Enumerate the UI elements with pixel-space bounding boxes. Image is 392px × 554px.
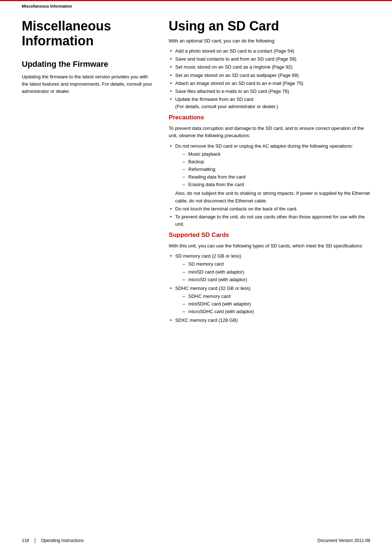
list-item: Erasing data from the card — [182, 181, 370, 188]
footer-label: Operating Instructions — [41, 538, 83, 543]
list-item: Save and load contacts to and from an SD… — [169, 56, 370, 63]
precautions-title: Precautions — [169, 114, 370, 121]
sub-list: SDHC memory card miniSDHC card (with ada… — [182, 293, 370, 315]
firmware-section-title: Updating the Firmware — [22, 59, 154, 69]
list-item: Add a photo stored on an SD card to a co… — [169, 48, 370, 55]
supported-sd-title: Supported SD Cards — [169, 231, 370, 239]
list-item: Set music stored on an SD card as a ring… — [169, 63, 370, 71]
document-version: Document Version 2011-09 — [318, 538, 370, 543]
precautions-list: Do not remove the SD card or unplug the … — [169, 143, 370, 228]
list-item: SD memory card (2 GB or less) SD memory … — [169, 253, 370, 283]
supported-sd-list: SD memory card (2 GB or less) SD memory … — [169, 253, 370, 324]
list-item: SDXC memory card (128 GB) — [169, 317, 370, 324]
supported-sd-intro: With this unit, you can use the followin… — [169, 242, 370, 250]
list-item: microSDHC card (with adaptor) — [182, 308, 370, 315]
list-item: Reading data from the card — [182, 173, 370, 181]
left-column: MiscellaneousInformation Updating the Fi… — [22, 19, 154, 328]
sub-list: SD memory card miniSD card (with adaptor… — [182, 260, 370, 283]
list-item: Do not touch the terminal contacts on th… — [169, 205, 370, 213]
page-container: Miscellaneous Information MiscellaneousI… — [0, 0, 392, 554]
firmware-body: Updating the firmware to the latest vers… — [22, 73, 154, 95]
list-item: Do not remove the SD card or unplug the … — [169, 143, 370, 205]
breadcrumb: Miscellaneous Information — [22, 4, 72, 8]
content-area: MiscellaneousInformation Updating the Fi… — [0, 11, 392, 350]
list-item: Music playback — [182, 151, 370, 158]
list-item: Backup — [182, 158, 370, 165]
main-title: MiscellaneousInformation — [22, 19, 154, 49]
sd-card-title: Using an SD Card — [169, 19, 370, 34]
sd-card-intro: With an optional SD card, you can do the… — [169, 37, 370, 45]
list-item: Save files attached to e-mails to an SD … — [169, 88, 370, 95]
footer-left: 118 Operating Instructions — [22, 538, 83, 543]
list-item: SDHC memory card — [182, 293, 370, 300]
list-item: Reformatting — [182, 166, 370, 173]
top-bar: Miscellaneous Information — [0, 0, 392, 11]
features-list: Add a photo stored on an SD card to a co… — [169, 48, 370, 110]
list-item: Attach an image stored on an SD card to … — [169, 80, 370, 87]
footer-divider-icon — [35, 538, 35, 543]
list-item: SDHC memory card (32 GB or less) SDHC me… — [169, 285, 370, 316]
page-number: 118 — [22, 538, 29, 543]
sub-list: Music playback Backup Reformatting Readi… — [182, 151, 370, 189]
list-item: Update the firmware from an SD card(For … — [169, 96, 370, 110]
precautions-intro: To prevent data corruption and damage to… — [169, 125, 370, 139]
list-item: miniSD card (with adaptor) — [182, 268, 370, 276]
list-item: microSD card (with adaptor) — [182, 276, 370, 283]
list-item: SD memory card — [182, 260, 370, 268]
list-item: Set an image stored on an SD card as wal… — [169, 72, 370, 79]
footer: 118 Operating Instructions Document Vers… — [22, 538, 370, 543]
right-column: Using an SD Card With an optional SD car… — [169, 19, 370, 328]
list-item: To prevent damage to the unit, do not us… — [169, 213, 370, 228]
list-item: miniSDHC card (with adaptor) — [182, 300, 370, 308]
